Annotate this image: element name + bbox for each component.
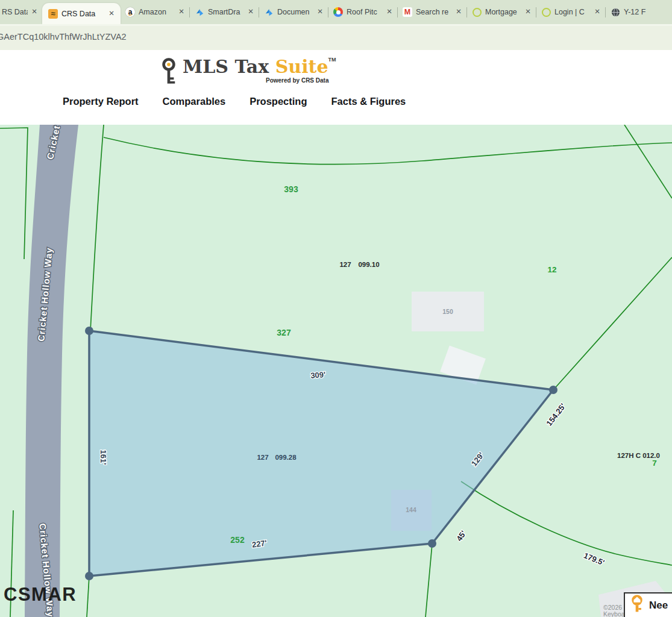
help-button-label: Nee <box>649 600 668 612</box>
parcel-line <box>425 544 432 617</box>
parcel-line <box>104 137 672 164</box>
close-icon[interactable]: ✕ <box>178 8 184 16</box>
road-cricket-hollow-way <box>25 125 78 617</box>
tab-crs-data-left[interactable]: RS Data ✕ <box>0 0 42 24</box>
mls-tax-suite-header: MLS Tax SuiteTM Powered by CRS Data Prop… <box>0 50 672 125</box>
dimension-northeast: 154.25' <box>544 402 567 428</box>
parcel-line <box>624 125 672 198</box>
tab-y12[interactable]: Y-12 F <box>606 0 672 24</box>
building-label-144: 144 <box>406 506 416 513</box>
parcel-vertex[interactable] <box>85 327 93 335</box>
close-icon[interactable]: ✕ <box>525 8 531 16</box>
lot-number-7: 7 <box>652 459 657 468</box>
tab-search-results[interactable]: M Search re ✕ <box>398 0 466 24</box>
parcel-id-north: 127 <box>339 261 351 268</box>
close-icon[interactable]: ✕ <box>456 8 462 16</box>
gold-key-icon <box>630 594 644 616</box>
tab-documents[interactable]: Documen ✕ <box>259 0 328 24</box>
tab-login[interactable]: Login | C ✕ <box>536 0 605 24</box>
url-bar[interactable]: GAerTCq10klhvThfWrJhLtYZVA2 <box>0 24 672 50</box>
help-button[interactable]: Nee <box>624 592 672 617</box>
lot-number-393: 393 <box>284 184 298 194</box>
chrome-pinwheel-icon <box>333 7 343 17</box>
tab-label: SmartDra <box>208 8 244 16</box>
parcel-vertex[interactable] <box>428 539 436 548</box>
dimension-left: 161' <box>99 450 108 465</box>
main-nav: Property Report Comparables Prospecting … <box>63 96 406 107</box>
nav-comparables[interactable]: Comparables <box>163 96 226 107</box>
tab-label: RS Data <box>2 8 28 16</box>
logo-tm: TM <box>328 57 336 63</box>
close-icon[interactable]: ✕ <box>248 8 254 16</box>
parcel-id-east: 127H C 012.0 <box>617 452 660 459</box>
parcel-map[interactable]: Cricket Hollow Way Cricket Hollow Way Cr… <box>0 125 672 617</box>
dimension-top: 309' <box>310 370 326 380</box>
crs-data-icon: ≈ <box>48 9 58 19</box>
login-ring-icon <box>541 7 551 17</box>
tab-mortgage[interactable]: Mortgage ✕ <box>467 0 536 24</box>
key-logo-icon <box>160 57 177 90</box>
tab-smartdraw[interactable]: SmartDra ✕ <box>190 0 259 24</box>
tab-label: Y-12 F <box>624 8 667 16</box>
parcel-vertex[interactable] <box>549 386 557 394</box>
lot-number-252: 252 <box>230 535 245 545</box>
logo-title-gold: Suite <box>275 56 328 77</box>
parcel-id-subject: 099.28 <box>275 454 297 461</box>
tab-amazon[interactable]: a Amazon ✕ <box>121 0 189 24</box>
tab-roof-pitch[interactable]: Roof Pitc ✕ <box>328 0 397 24</box>
parcel-line <box>461 481 672 565</box>
globe-icon <box>611 7 620 17</box>
tab-label: CRS Data <box>61 10 105 18</box>
subject-parcel[interactable] <box>89 331 553 576</box>
documents-icon <box>264 7 274 17</box>
lot-number-327: 327 <box>277 328 291 337</box>
close-icon[interactable]: ✕ <box>386 8 392 16</box>
smartdraw-icon <box>195 7 204 17</box>
tab-label: Search re <box>416 8 452 16</box>
lot-number-12: 12 <box>547 265 556 274</box>
mls-tax-suite-logo: MLS Tax SuiteTM Powered by CRS Data <box>160 57 336 90</box>
close-icon[interactable]: ✕ <box>594 8 600 16</box>
close-icon[interactable]: ✕ <box>31 8 37 16</box>
tab-label: Mortgage <box>485 8 521 16</box>
dimension-southeast: 45' <box>454 529 468 543</box>
parcel-line <box>0 128 28 259</box>
tab-label: Documen <box>277 8 313 16</box>
map-keyboard-text: Keyboa <box>603 610 625 617</box>
gmail-icon: M <box>403 7 412 17</box>
parcel-vertex[interactable] <box>85 572 93 580</box>
logo-tagline: Powered by CRS Data <box>183 77 336 84</box>
nav-prospecting[interactable]: Prospecting <box>250 96 307 107</box>
tab-label: Amazon <box>139 8 175 16</box>
tab-crs-data-active[interactable]: ≈ CRS Data ✕ <box>42 3 121 24</box>
tab-label: Roof Pitc <box>347 8 383 16</box>
parcel-line <box>554 257 672 389</box>
close-icon[interactable]: ✕ <box>317 8 323 16</box>
parcel-id-subject: 127 <box>257 454 268 461</box>
dimension-far-southeast: 179.5' <box>582 551 606 567</box>
browser-tab-strip: RS Data ✕ ≈ CRS Data ✕ a Amazon ✕ SmartD… <box>0 0 672 24</box>
close-icon[interactable]: ✕ <box>108 10 115 17</box>
tab-label: Login | C <box>554 8 591 16</box>
building-label-150: 150 <box>442 308 453 315</box>
parcel-id-north: 099.10 <box>358 261 379 268</box>
logo-title: MLS Tax SuiteTM <box>183 57 336 77</box>
parcel-line <box>87 576 89 617</box>
nav-facts-figures[interactable]: Facts & Figures <box>331 96 406 107</box>
csmar-watermark: CSMAR <box>4 584 77 605</box>
mortgage-ring-icon <box>472 7 482 17</box>
parcel-line <box>90 125 104 331</box>
nav-property-report[interactable]: Property Report <box>63 96 139 107</box>
amazon-icon: a <box>125 7 135 17</box>
logo-title-dark: MLS Tax <box>183 56 269 77</box>
url-text[interactable]: GAerTCq10klhvThfWrJhLtYZVA2 <box>0 32 127 42</box>
